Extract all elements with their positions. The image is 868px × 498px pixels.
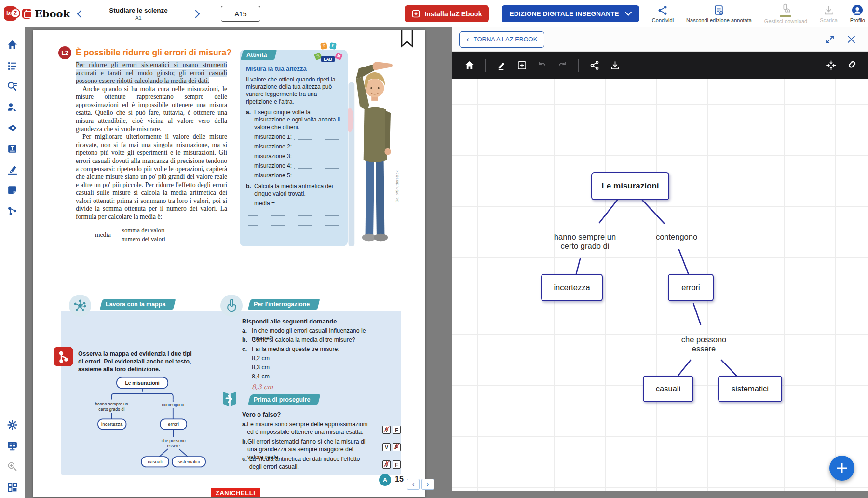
home-icon[interactable] (3, 35, 22, 54)
user-notes-icon[interactable] (3, 97, 22, 117)
svg-text:errori: errori (168, 421, 179, 427)
map-node-root[interactable]: Le misurazioni (591, 172, 669, 200)
activity-item-a: a. Esegui cinque volte la misurazione e … (246, 109, 341, 131)
map-download-icon[interactable] (607, 57, 623, 74)
bookmark-icon[interactable] (401, 30, 413, 48)
item-b-text: Calcola la media aritmetica dei cinque v… (254, 183, 341, 198)
mini-concept-map: Le misurazioni hanno sempre un certo gra… (71, 376, 206, 472)
close-icon[interactable] (844, 32, 858, 47)
map-canvas[interactable]: Le misurazioni hanno sempre un certo gra… (452, 79, 868, 491)
map-edge-label-right[interactable]: contengono (645, 232, 708, 242)
map-node-casuali[interactable]: casuali (643, 376, 693, 402)
map-home-icon[interactable] (461, 57, 477, 74)
map-edge-label-bottom[interactable]: che possono essere (671, 335, 736, 354)
page-number-input[interactable]: A15 (221, 6, 260, 22)
media-row: media = (246, 200, 341, 207)
tf-checkbox-v[interactable]: V✗ (382, 426, 391, 434)
apps-grid-icon[interactable] (3, 477, 22, 497)
continue-book-icon (221, 390, 238, 408)
book-code: A1 (88, 15, 189, 21)
page-viewer: L2 È possibile ridurre gli errori di mis… (25, 27, 452, 498)
viewer-next-button[interactable]: › (421, 479, 434, 490)
measurement-label: misurazione 2: (254, 143, 292, 150)
manage-downloads-icon (780, 3, 791, 14)
map-instruction: Osserva la mappa ed evidenzia i due tipi… (78, 350, 196, 374)
download-label: Scarica (820, 17, 838, 23)
formula-denominator: numero dei valori (122, 235, 165, 243)
install-button[interactable]: Installa laZ Ebook (405, 5, 489, 22)
map-node-sistematici[interactable]: sistematici (718, 376, 782, 402)
map-edge-label-left[interactable]: hanno sempre un certo grado di (546, 232, 624, 251)
tf-checkbox-f[interactable]: F (393, 426, 401, 434)
svg-text:incertezza: incertezza (101, 421, 123, 427)
map-node-errori[interactable]: errori (668, 274, 714, 301)
tf-marker: a. (242, 421, 247, 436)
prev-page-button[interactable] (71, 6, 88, 22)
tf-statement-a: a.Le misure sono sempre delle approssima… (242, 421, 368, 436)
annotated-edition-label: Nascondi edizione annotata (686, 17, 752, 23)
edition-dropdown-button[interactable]: EDIZIONE DIGITALE INSEGNANTE (502, 5, 639, 22)
text-box-icon[interactable]: T (3, 139, 22, 158)
map-share-icon[interactable] (586, 57, 603, 74)
draw-pencil-icon[interactable] (493, 57, 510, 74)
table-of-contents-icon[interactable] (3, 56, 22, 75)
settings-gear-icon[interactable] (3, 415, 22, 434)
measure-value: 8,4 cm (252, 373, 270, 380)
top-bar: la Z Ebook Studiare le scienze A1 A15 In… (0, 0, 868, 27)
center-map-icon[interactable] (823, 57, 839, 74)
continue-tab-label: Prima di proseguire (254, 396, 310, 403)
measurement-label: misurazione 4: (254, 162, 292, 170)
pen-tool-icon[interactable] (3, 118, 22, 137)
highlighter-icon[interactable] (3, 160, 22, 179)
media-label: media = (254, 200, 275, 207)
svg-text:sistematici: sistematici (178, 459, 200, 464)
tf-checkbox-v[interactable]: V✗ (382, 460, 391, 469)
item-a-text: Esegui cinque volte la misurazione e ogn… (254, 109, 341, 131)
paragraph-3: Per migliorare ulteriormente il valore d… (76, 133, 227, 221)
add-node-fab[interactable] (829, 456, 854, 481)
tf-text: La media aritmetica dei dati riduce l'ef… (249, 456, 368, 471)
book-meta[interactable]: Studiare le scienze A1 (88, 7, 189, 21)
map-node-incertezza[interactable]: incertezza (541, 274, 603, 301)
exercise-panel: Lavora con la mappa Osserva la mappa ed … (61, 311, 401, 475)
profile-action[interactable]: Profilo (850, 4, 865, 23)
magnet-snap-icon[interactable] (843, 57, 859, 74)
share-action[interactable]: Condividi (652, 5, 674, 23)
viewer-prev-button[interactable]: ‹ (407, 479, 420, 490)
profile-label: Profilo (850, 17, 865, 23)
measurement-row: misurazione 1: (246, 134, 341, 141)
formula-numerator: somma dei valori (120, 227, 167, 236)
stem-letter-t: T (320, 42, 327, 50)
next-page-button[interactable] (189, 6, 205, 22)
sticky-note-icon[interactable] (3, 180, 22, 200)
zoom-in-icon (3, 457, 22, 476)
svg-text:T: T (11, 146, 14, 151)
tf-checkbox-f[interactable]: F (393, 460, 401, 469)
whiteboard-mode-icon[interactable] (3, 436, 22, 455)
app-logo[interactable]: la Z Ebook (0, 6, 70, 21)
search-icon[interactable] (3, 77, 22, 96)
annotated-edition-action[interactable]: Nascondi edizione annotata (686, 5, 752, 23)
handwritten-x-mark: ✗ (383, 459, 389, 469)
tf-checkbox-f[interactable]: F✗ (393, 443, 401, 451)
panel-header: ‹ TORNA A LAZ EBOOK (452, 27, 868, 52)
stem-letter-e: E (329, 42, 337, 50)
map-tab-label: Lavora con la mappa (106, 301, 165, 308)
add-node-icon[interactable] (514, 57, 530, 74)
brand-name: Ebook (35, 8, 70, 20)
left-sidebar: T (0, 27, 25, 498)
audio-badge[interactable]: A (379, 474, 391, 486)
activity-title: Misura la tua altezza (246, 65, 341, 73)
interrogation-tab: Per l'interrogazione (248, 299, 317, 310)
map-toolbar (452, 52, 868, 79)
continue-tab: Prima di proseguire (248, 394, 318, 405)
lesson-heading: È possibile ridurre gli errori di misura… (76, 48, 242, 58)
back-to-ebook-button[interactable]: ‹ TORNA A LAZ EBOOK (459, 31, 544, 48)
download-progress-bar (780, 15, 791, 17)
expand-icon[interactable] (823, 32, 837, 47)
tf-boxes-a: V✗ F (382, 426, 401, 434)
tf-checkbox-v[interactable]: V (382, 443, 391, 451)
formula-lhs: media = (95, 231, 116, 239)
f-letter: F (395, 427, 398, 433)
concept-map-icon[interactable] (3, 201, 22, 220)
